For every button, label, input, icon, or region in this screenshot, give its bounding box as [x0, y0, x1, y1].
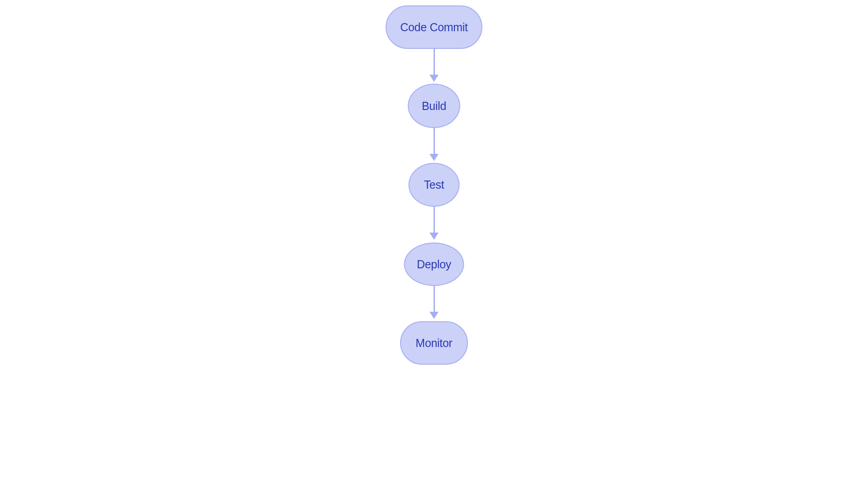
arrow-icon — [429, 286, 439, 319]
node-build: Build — [408, 84, 460, 128]
arrow-icon — [429, 128, 439, 161]
node-label: Deploy — [417, 258, 451, 271]
node-label: Test — [424, 178, 444, 191]
node-deploy: Deploy — [404, 243, 464, 286]
node-label: Code Commit — [400, 21, 468, 34]
node-code-commit: Code Commit — [386, 5, 482, 49]
node-monitor: Monitor — [400, 321, 468, 365]
node-label: Monitor — [415, 337, 452, 350]
arrow-icon — [429, 49, 439, 82]
node-test: Test — [409, 163, 460, 207]
arrow-icon — [429, 207, 439, 240]
flowchart-diagram: Code Commit Build Test Deploy Monitor — [344, 0, 524, 490]
node-label: Build — [422, 100, 446, 113]
